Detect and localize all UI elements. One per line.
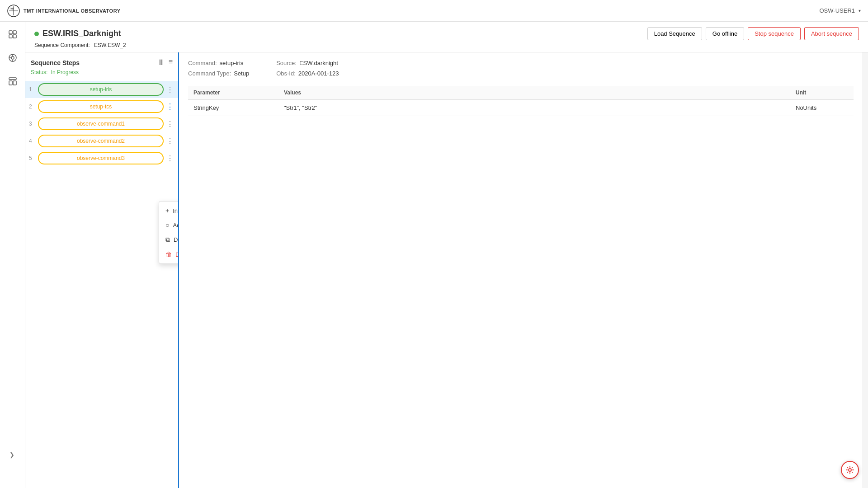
seq-component-value: ESW.ESW_2 [94,42,126,48]
cmd-meta-left: Command: setup-iris Command Type: Setup [188,60,249,77]
param-values: "Str1", "Str2" [278,100,790,116]
abort-sequence-button[interactable]: Abort sequence [804,27,859,40]
ctx-insert-breakpoint[interactable]: + Insert breakpoint [159,203,178,218]
dashboard-icon [8,77,17,86]
ctx-insert-label: Insert breakpoint [173,207,178,214]
telescope-icon [8,53,18,63]
steps-title: Sequence Steps [31,59,80,66]
source-value: ESW.darknight [299,60,338,66]
settings-fab-button[interactable] [841,461,859,479]
table-row: StringKey "Str1", "Str2" NoUnits [188,100,854,116]
step-more-button[interactable]: ⋮ [165,154,175,163]
sequence-area: Sequence Steps ⏸ ≡ Status: In Progress 1… [25,52,868,488]
step-more-button[interactable]: ⋮ [165,120,175,128]
ctx-delete[interactable]: 🗑 Delete [159,247,178,262]
sidebar-item-grid[interactable] [5,27,20,42]
tmt-logo-icon: TMT [7,5,20,17]
sidebar-item-scope[interactable] [5,51,20,65]
expand-icon: ❯ [9,451,14,458]
sidebar-expand-button[interactable]: ❯ [5,448,18,461]
svg-rect-15 [13,81,16,85]
step-more-button[interactable]: ⋮ [165,85,175,94]
command-type-row: Command Type: Setup [188,70,249,77]
username-label: OSW-USER1 [820,7,855,14]
steps-panel: Sequence Steps ⏸ ≡ Status: In Progress 1… [25,52,179,488]
table-row: 1 setup-iris ⋮ [25,81,178,98]
col-parameter: Parameter [188,86,278,100]
sequence-component-row: Sequence Component: ESW.ESW_2 [34,42,859,48]
parameters-table: Parameter Values Unit StringKey "Str1", … [188,86,854,116]
obs-id-value: 2020A-001-123 [298,70,339,77]
obs-title-text: ESW.IRIS_Darknight [42,29,121,38]
user-menu[interactable]: OSW-USER1 ▾ [820,7,861,14]
running-status-dot [34,32,39,36]
step-more-button[interactable]: ⋮ [165,137,175,145]
plus-icon: + [165,207,169,214]
step-badge[interactable]: setup-tcs [38,100,164,113]
ctx-delete-label: Delete [175,251,178,258]
steps-header: Sequence Steps ⏸ ≡ [25,52,178,69]
filter-icon[interactable]: ≡ [169,58,173,67]
command-value: setup-iris [220,60,244,66]
trash-icon: 🗑 [165,251,172,258]
svg-rect-5 [13,31,16,34]
context-menu: + Insert breakpoint ○ Add steps ⧉ Duplic… [159,201,178,264]
step-badge[interactable]: observe-command1 [38,117,164,130]
go-offline-button[interactable]: Go offline [706,27,744,40]
param-unit: NoUnits [790,100,854,116]
stop-sequence-button[interactable]: Stop sequence [748,27,801,40]
steps-status-row: Status: In Progress [25,69,178,79]
pause-icon[interactable]: ⏸ [157,58,165,67]
source-label: Source: [276,60,297,66]
svg-rect-4 [9,31,12,34]
steps-header-controls: ⏸ ≡ [157,58,173,67]
detail-panel: Command: setup-iris Command Type: Setup … [179,52,863,488]
steps-list: 1 setup-iris ⋮ 2 setup-tcs ⋮ 3 observe-c… [25,79,178,488]
status-label: Status: [31,69,47,75]
obs-id-label: Obs-Id: [276,70,296,77]
circle-icon: ○ [165,221,169,229]
source-row: Source: ESW.darknight [276,60,339,66]
svg-point-16 [849,469,851,471]
main-content: ESW.IRIS_Darknight Load Sequence Go offl… [25,22,868,488]
step-number: 1 [29,86,38,93]
grid-icon [8,30,17,39]
col-unit: Unit [790,86,854,100]
cmd-meta-right: Source: ESW.darknight Obs-Id: 2020A-001-… [276,60,339,77]
sidebar-item-dashboard[interactable] [5,74,20,89]
sidebar: ❯ [0,22,25,488]
step-more-button[interactable]: ⋮ [165,102,175,112]
step-badge[interactable]: setup-iris [38,83,164,96]
obs-action-buttons: Load Sequence Go offline Stop sequence A… [647,27,859,40]
svg-rect-7 [13,35,16,38]
step-badge[interactable]: observe-command3 [38,152,164,164]
step-badge[interactable]: observe-command2 [38,135,164,147]
svg-rect-6 [9,35,12,38]
topbar-left: TMT TMT INTERNATIONAL OBSERVATORY [7,5,121,17]
command-label: Command: [188,60,217,66]
svg-point-11 [11,56,14,59]
table-row: 5 observe-command3 ⋮ [25,150,178,167]
detail-scrollbar[interactable] [863,52,868,488]
user-chevron-icon: ▾ [859,8,861,13]
svg-rect-14 [9,81,12,85]
step-number: 2 [29,103,38,110]
ctx-duplicate[interactable]: ⧉ Duplicate [159,232,178,247]
col-values: Values [278,86,790,100]
table-row: 3 observe-command1 ⋮ [25,115,178,132]
param-name: StringKey [188,100,278,116]
step-number: 3 [29,121,38,127]
ctx-add-label: Add steps [173,222,178,229]
command-type-label: Command Type: [188,70,231,77]
duplicate-icon: ⧉ [165,236,170,244]
ctx-add-steps[interactable]: ○ Add steps [159,218,178,232]
step-number: 4 [29,138,38,144]
app-title: TMT INTERNATIONAL OBSERVATORY [24,8,121,14]
gear-icon [845,465,854,474]
status-value: In Progress [51,69,79,75]
obs-id-row: Obs-Id: 2020A-001-123 [276,70,339,77]
topbar: TMT TMT INTERNATIONAL OBSERVATORY OSW-US… [0,0,868,22]
table-row: 2 setup-tcs ⋮ [25,98,178,115]
svg-rect-13 [9,78,16,80]
load-sequence-button[interactable]: Load Sequence [647,27,702,40]
